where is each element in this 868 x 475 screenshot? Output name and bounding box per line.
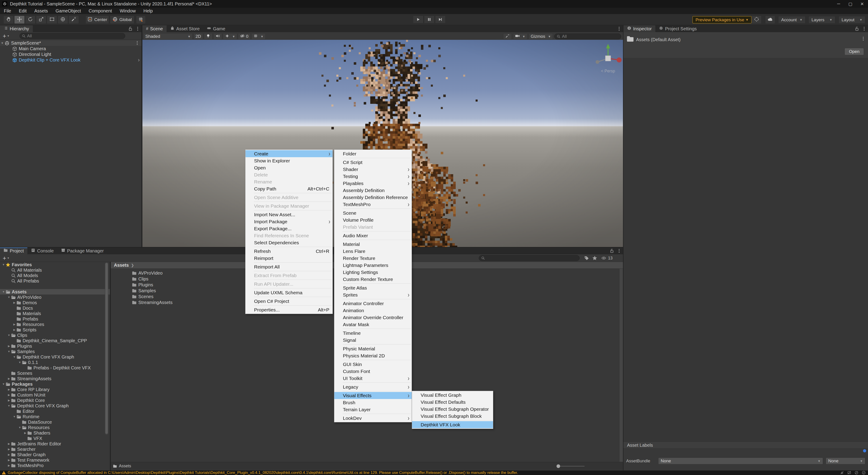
tree-row-textmeshpro[interactable]: ▶TextMeshPro: [0, 463, 110, 468]
menu-item-animation[interactable]: Animation: [334, 307, 412, 314]
lighting-toggle[interactable]: [204, 33, 213, 39]
expand-arrow[interactable]: ▶: [12, 323, 17, 326]
transform-tool-button[interactable]: [58, 16, 68, 24]
tree-row-searcher[interactable]: ▶Searcher: [0, 446, 110, 452]
gizmos-dropdown[interactable]: Gizmos▼: [529, 33, 553, 39]
tree-row-datasource[interactable]: DataSource: [0, 419, 110, 425]
menubar-item-gameobject[interactable]: GameObject: [52, 8, 85, 14]
minimize-button[interactable]: ─: [833, 0, 844, 8]
thumbnail-zoom-slider[interactable]: [557, 466, 585, 467]
hierarchy-search[interactable]: [20, 33, 125, 39]
expand-arrow[interactable]: ▶: [7, 458, 11, 462]
tab-package-manager[interactable]: Package Manager: [57, 247, 107, 254]
menu-item-depthkit-vfx-look[interactable]: Depthkit VFX Look: [412, 421, 493, 428]
menu-item-visual-effects[interactable]: Visual Effects›: [334, 392, 412, 399]
menu-item-testing[interactable]: Testing›: [334, 173, 412, 180]
tree-row-depthkit-cinema-sample-cpp[interactable]: Depthkit_Cinema_Sample_CPP: [0, 338, 110, 344]
tree-row-prefabs[interactable]: Prefabs: [0, 316, 110, 322]
orientation-gizmo[interactable]: [591, 42, 623, 76]
assetbundle-variant-dropdown[interactable]: None▼: [826, 457, 865, 464]
expand-arrow[interactable]: ▼: [0, 41, 4, 45]
tree-row-editor[interactable]: Editor: [0, 409, 110, 414]
menu-item-audio-mixer[interactable]: Audio Mixer: [334, 232, 412, 239]
menu-item-folder[interactable]: Folder: [334, 150, 412, 157]
expand-arrow[interactable]: ▼: [18, 361, 22, 364]
kebab-menu-icon[interactable]: [135, 40, 140, 46]
menu-item-visual-effect-subgraph-block[interactable]: Visual Effect Subgraph Block: [412, 413, 493, 420]
scene-search-input[interactable]: [562, 34, 619, 39]
menu-item-open[interactable]: Open: [246, 164, 333, 171]
menubar-item-file[interactable]: File: [0, 8, 15, 14]
prefab-chevron-icon[interactable]: ›: [138, 57, 140, 63]
kebab-menu-icon[interactable]: [617, 248, 622, 253]
2d-toggle[interactable]: 2D: [193, 33, 203, 39]
expand-arrow[interactable]: ▶: [7, 453, 11, 456]
expand-arrow[interactable]: ▶: [12, 328, 17, 331]
tree-row-streamingassets[interactable]: ▶StreamingAssets: [0, 376, 110, 381]
menu-item-shader[interactable]: Shader›: [334, 166, 412, 173]
menu-item-sprite-atlas[interactable]: Sprite Atlas: [334, 284, 412, 291]
layers-dropdown[interactable]: Layers▼: [809, 16, 835, 24]
rect-tool-button[interactable]: [47, 16, 57, 24]
tree-row-resources[interactable]: ▶Resources: [0, 322, 110, 327]
scale-tool-button[interactable]: [36, 16, 46, 24]
expand-arrow[interactable]: ▼: [7, 334, 11, 337]
menu-item-assembly-definition[interactable]: Assembly Definition: [334, 187, 412, 194]
tree-row-clips[interactable]: ▼Clips: [0, 332, 110, 338]
menu-item-signal[interactable]: Signal: [334, 336, 412, 344]
persp-label[interactable]: < Persp: [591, 69, 623, 73]
expand-arrow[interactable]: ▼: [7, 404, 11, 407]
tree-row-all-models[interactable]: All Models: [0, 273, 110, 278]
menu-item-visual-effect-graph[interactable]: Visual Effect Graph: [412, 391, 493, 398]
pause-button[interactable]: [424, 16, 434, 23]
kebab-menu-icon[interactable]: [861, 36, 866, 41]
menubar-item-edit[interactable]: Edit: [15, 8, 30, 14]
hierarchy-search-input[interactable]: [27, 33, 123, 38]
menu-item-brush[interactable]: Brush: [334, 399, 412, 406]
tab-scene[interactable]: # Scene: [143, 25, 166, 32]
menu-item-create[interactable]: Create›: [246, 150, 333, 157]
expand-arrow[interactable]: ▶: [7, 393, 11, 396]
menu-item-properties[interactable]: Properties...Alt+P: [246, 306, 333, 313]
menu-item-scene[interactable]: Scene: [334, 209, 412, 216]
expand-arrow[interactable]: ▶: [7, 388, 11, 391]
open-button[interactable]: Open: [844, 48, 864, 55]
menu-item-terrain-layer[interactable]: Terrain Layer: [334, 406, 412, 413]
menu-item-export-package[interactable]: Export Package...: [246, 225, 333, 232]
favorite-search-icon[interactable]: [592, 256, 597, 261]
status-bar[interactable]: GarbageCollector disposing of ComputeBuf…: [0, 471, 868, 475]
menu-item-assembly-definition-reference[interactable]: Assembly Definition Reference: [334, 194, 412, 201]
expand-arrow[interactable]: ▶: [7, 399, 11, 402]
tab-project[interactable]: Project: [0, 247, 27, 254]
tree-row-prefabs-depthkit-core-vfx[interactable]: Prefabs - Depthkit Core VFX: [0, 365, 110, 370]
audio-toggle[interactable]: [213, 33, 222, 39]
menu-item-textmeshpro[interactable]: TextMeshPro›: [334, 201, 412, 208]
menu-item-c-script[interactable]: C# Script: [334, 159, 412, 166]
orientation-toggle-button[interactable]: Global: [110, 16, 134, 24]
tree-row-avprovideo[interactable]: ▼AVProVideo: [0, 295, 110, 300]
expand-arrow[interactable]: ▼: [1, 290, 6, 293]
menu-item-ui-toolkit[interactable]: UI Toolkit›: [334, 375, 412, 382]
menu-item-lookdev[interactable]: LookDev›: [334, 415, 412, 422]
tree-row-depthkit-core[interactable]: ▶Depthkit Core: [0, 398, 110, 403]
tree-row-vfx[interactable]: VFX: [0, 436, 110, 441]
lock-icon[interactable]: [855, 26, 860, 31]
expand-arrow[interactable]: ▶: [7, 464, 11, 467]
tree-row-core-rp-library[interactable]: ▶Core RP Library: [0, 387, 110, 392]
create-asset-button[interactable]: +: [3, 255, 6, 261]
expand-arrow[interactable]: ▶: [7, 448, 11, 451]
tree-row-runtime[interactable]: ▼Runtime: [0, 414, 110, 419]
tab-console[interactable]: Console: [27, 247, 57, 254]
menu-item-copy-path[interactable]: Copy PathAlt+Ctrl+C: [246, 185, 333, 192]
search-by-label-icon[interactable]: [584, 256, 589, 261]
menu-item-import-new-asset[interactable]: Import New Asset...: [246, 211, 333, 218]
kebab-menu-icon[interactable]: [617, 26, 622, 31]
hierarchy-row-directional-light[interactable]: Directional Light: [0, 52, 142, 57]
menu-item-reimport-all[interactable]: Reimport All: [246, 263, 333, 270]
tree-row-samples[interactable]: ▼Samples: [0, 349, 110, 354]
expand-arrow[interactable]: ▼: [1, 383, 6, 386]
tree-row-resources[interactable]: ▼Resources: [0, 425, 110, 430]
custom-tools-button[interactable]: [68, 16, 79, 24]
lock-icon[interactable]: [610, 248, 614, 253]
menu-item-custom-font[interactable]: Custom Font: [334, 368, 412, 375]
